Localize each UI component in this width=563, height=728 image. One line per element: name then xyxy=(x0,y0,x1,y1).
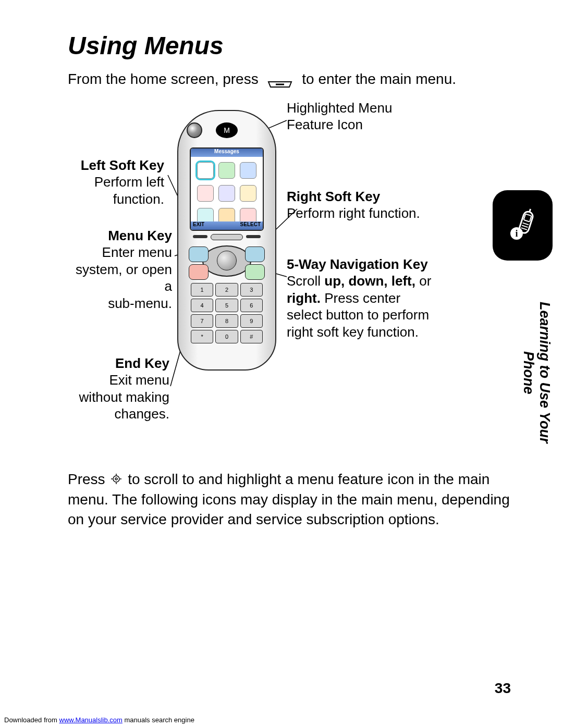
svg-line-17 xyxy=(521,228,527,230)
menu-icon xyxy=(218,162,235,179)
phone-diagram: M Messages EXIT SELECT xyxy=(68,105,516,464)
callout-right-soft-key: Right Soft Key Perform right function. xyxy=(287,188,422,222)
footer-link[interactable]: www.Manualslib.com xyxy=(59,716,123,724)
menu-key-icon xyxy=(266,75,293,84)
callout-title: 5-Way Navigation Key xyxy=(287,256,433,273)
key: 3 xyxy=(240,283,263,297)
phone-logo: M xyxy=(216,122,238,138)
key: 0 xyxy=(215,330,238,343)
callout-body: Exit menu without making changes. xyxy=(65,372,169,423)
menu-icon xyxy=(218,185,235,202)
key: 6 xyxy=(240,299,263,312)
callout-title: Left Soft Key xyxy=(65,157,164,174)
svg-line-15 xyxy=(522,223,528,225)
callout-body: Perform right function. xyxy=(287,205,422,222)
svg-line-18 xyxy=(529,208,530,212)
phone-info-icon: i xyxy=(505,207,541,244)
screen-status: Messages xyxy=(191,149,263,157)
callout-body: Perform left function. xyxy=(65,174,164,207)
intro-text-2: to enter the main menu. xyxy=(298,69,456,89)
intro-paragraph: From the home screen, press to enter the… xyxy=(68,69,516,89)
phone-screen: Messages EXIT SELECT xyxy=(190,147,264,231)
scroll-prefix: Scroll xyxy=(287,273,324,289)
callout-text: Highlighted Menu Feature Icon xyxy=(287,100,392,133)
menu-icon-selected xyxy=(197,162,214,179)
key: * xyxy=(191,330,213,343)
tab-icon-box: i xyxy=(493,190,553,261)
side-key xyxy=(245,246,265,262)
svg-point-7 xyxy=(113,476,119,482)
callout-highlighted: Highlighted Menu Feature Icon xyxy=(287,100,433,133)
key: 9 xyxy=(240,314,263,328)
page-heading: Using Menus xyxy=(68,31,516,60)
svg-line-16 xyxy=(522,225,528,227)
key: 4 xyxy=(191,299,213,312)
menu-icon xyxy=(240,185,256,202)
callout-title: End Key xyxy=(65,355,169,372)
nav-key-icon xyxy=(110,471,123,490)
svg-rect-14 xyxy=(523,214,531,221)
footer-suffix: manuals search engine xyxy=(123,716,194,724)
key: 7 xyxy=(191,314,213,328)
phone-illustration: M Messages EXIT SELECT xyxy=(177,110,276,371)
send-key-button xyxy=(245,264,265,280)
callout-body: Enter menu system, or open a sub-menu. xyxy=(65,244,172,312)
callout-5way-nav: 5-Way Navigation Key Scroll up, down, le… xyxy=(287,256,433,341)
soft-right-label: SELECT xyxy=(240,221,261,230)
key: 5 xyxy=(215,299,238,312)
scroll-mid: or xyxy=(415,273,431,289)
end-key-button xyxy=(189,264,209,280)
menu-icon xyxy=(197,185,214,202)
callout-title: Right Soft Key xyxy=(287,188,422,205)
keypad: 1 2 3 4 5 6 7 8 9 * 0 # xyxy=(191,283,263,343)
footer-prefix: Downloaded from xyxy=(4,716,59,724)
menu-grid xyxy=(191,157,263,230)
svg-text:i: i xyxy=(515,228,518,239)
key: 2 xyxy=(215,283,238,297)
para-part1: Press xyxy=(68,471,109,487)
callout-body: Scroll up, down, left, or right. Press c… xyxy=(287,273,433,340)
phone-camera xyxy=(187,122,202,138)
key: 8 xyxy=(215,314,238,328)
side-key xyxy=(189,246,209,262)
key: # xyxy=(240,330,263,343)
callout-title: Menu Key xyxy=(65,227,172,244)
scroll-bold: up, down, left, xyxy=(324,273,415,289)
intro-text-1: From the home screen, press xyxy=(68,69,262,89)
chapter-tab: i Learning to Use Your Phone xyxy=(493,190,553,472)
nav-center xyxy=(217,251,237,270)
callout-end-key: End Key Exit menu without making changes… xyxy=(65,355,169,423)
page-number: 33 xyxy=(495,680,511,697)
manual-page: Using Menus From the home screen, press … xyxy=(0,0,563,728)
screen-softbar: EXIT SELECT xyxy=(191,221,263,230)
callout-menu-key: Menu Key Enter menu system, or open a su… xyxy=(65,227,172,312)
left-soft-key-button xyxy=(193,235,207,238)
right-soft-key-button xyxy=(246,235,261,238)
para-part2: to scroll to and highlight a menu featur… xyxy=(68,471,510,527)
scroll-bold: right. xyxy=(287,290,321,306)
svg-point-8 xyxy=(115,478,117,480)
chapter-title: Learning to Use Your Phone xyxy=(493,279,553,466)
download-footer: Downloaded from www.Manualslib.com manua… xyxy=(4,716,194,724)
callout-left-soft-key: Left Soft Key Perform left function. xyxy=(65,157,164,208)
menu-key-button xyxy=(211,234,243,240)
body-paragraph: Press to scroll to and highlight a menu … xyxy=(68,470,516,529)
menu-icon xyxy=(240,162,256,179)
soft-left-label: EXIT xyxy=(193,221,204,230)
key: 1 xyxy=(191,283,213,297)
